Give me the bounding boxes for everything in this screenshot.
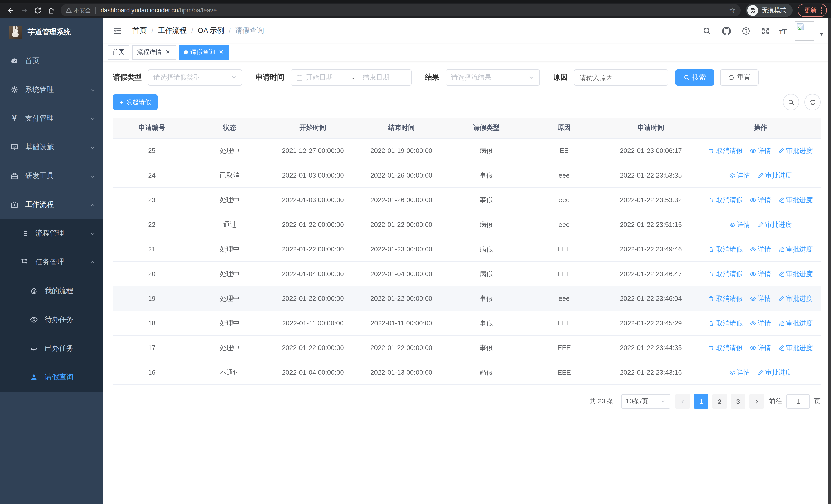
sidebar-item-done-tasks[interactable]: 已办任务	[0, 334, 103, 363]
eye-icon	[750, 345, 756, 351]
detail-action[interactable]: 详情	[729, 171, 750, 180]
help-icon[interactable]	[740, 25, 751, 36]
detail-action[interactable]: 详情	[750, 294, 771, 303]
browser-update-button[interactable]: 更新	[798, 4, 827, 17]
detail-action[interactable]: 详情	[750, 319, 771, 328]
caret-down-icon[interactable]: ▼	[819, 32, 824, 37]
create-leave-button[interactable]: + 发起请假	[113, 94, 157, 110]
show-search-button[interactable]	[783, 94, 799, 110]
reason-input[interactable]	[574, 69, 668, 86]
sidebar-item-workflow[interactable]: 工作流程	[0, 190, 103, 219]
approval-progress-action[interactable]: 审批进度	[757, 368, 792, 377]
close-icon[interactable]: ✕	[164, 49, 171, 56]
sidebar-item-task-mgmt[interactable]: 任务管理	[0, 248, 103, 277]
approval-progress-action[interactable]: 审批进度	[778, 146, 813, 155]
approval-progress-action[interactable]: 审批进度	[778, 244, 813, 254]
detail-action[interactable]: 详情	[750, 343, 771, 352]
sidebar-item-dev-tools[interactable]: 研发工具	[0, 162, 103, 190]
github-icon[interactable]	[721, 25, 732, 36]
detail-action[interactable]: 详情	[750, 244, 771, 254]
sidebar-collapse-icon[interactable]	[110, 23, 125, 38]
approval-progress-action[interactable]: 审批进度	[778, 319, 813, 328]
cell-actions: 详情审批进度	[700, 163, 821, 187]
goto-page-input[interactable]	[786, 394, 810, 409]
chevron-down-icon	[90, 145, 95, 150]
trash-icon	[709, 197, 715, 203]
cancel-leave-action[interactable]: 取消请假	[709, 244, 743, 254]
cancel-leave-action[interactable]: 取消请假	[709, 319, 743, 328]
page-button-3[interactable]: 3	[731, 394, 745, 409]
tag-home[interactable]: 首页	[108, 45, 130, 59]
leave-type-select[interactable]: 请选择请假类型	[148, 69, 242, 86]
sidebar-item-label: 基础设施	[25, 143, 83, 152]
sidebar-item-payment[interactable]: ¥ 支付管理	[0, 104, 103, 133]
page-size-select[interactable]: 10条/页	[621, 394, 670, 409]
approval-progress-action[interactable]: 审批进度	[778, 269, 813, 278]
scrollbar[interactable]	[828, 18, 831, 504]
sidebar-item-my-process[interactable]: 我的流程	[0, 277, 103, 305]
next-page-button[interactable]	[749, 394, 764, 409]
cancel-leave-action[interactable]: 取消请假	[709, 269, 743, 278]
apply-time-range-picker[interactable]: 开始日期 - 结束日期	[290, 69, 412, 86]
reset-button[interactable]: 重置	[720, 69, 758, 86]
cancel-leave-action[interactable]: 取消请假	[709, 146, 743, 155]
back-icon[interactable]	[4, 4, 18, 17]
cancel-leave-action[interactable]: 取消请假	[709, 294, 743, 303]
chevron-down-icon	[90, 87, 95, 93]
search-button[interactable]: 搜索	[676, 69, 714, 86]
edit-icon	[778, 197, 784, 203]
breadcrumb-oa-example[interactable]: OA 示例	[198, 26, 224, 35]
bookmark-star-icon[interactable]: ☆	[729, 7, 736, 14]
sidebar-item-system[interactable]: 系统管理	[0, 76, 103, 104]
approval-progress-action[interactable]: 审批进度	[778, 195, 813, 205]
tag-process-detail[interactable]: 流程详情 ✕	[133, 45, 176, 59]
page-content: 请假类型 请选择请假类型 申请时间 开始日期 - 结束日期	[103, 61, 831, 504]
approval-progress-action[interactable]: 审批进度	[778, 294, 813, 303]
prev-page-button[interactable]	[676, 394, 690, 409]
browser-menu-icon[interactable]	[821, 7, 822, 13]
cancel-leave-action[interactable]: 取消请假	[709, 343, 743, 352]
detail-action[interactable]: 详情	[750, 195, 771, 205]
detail-action[interactable]: 详情	[729, 220, 750, 229]
fullscreen-icon[interactable]	[760, 25, 771, 36]
cell-actions: 取消请假详情审批进度	[700, 237, 821, 262]
detail-action[interactable]: 详情	[750, 269, 771, 278]
sidebar-item-todo-tasks[interactable]: 待办任务	[0, 305, 103, 334]
cell-apply-id: 17	[113, 335, 191, 360]
sidebar-item-infrastructure[interactable]: 基础设施	[0, 133, 103, 162]
approval-progress-action[interactable]: 审批进度	[757, 171, 792, 180]
address-bar[interactable]: 不安全 dashboard.yudao.iocoder.cn/bpm/oa/le…	[61, 4, 741, 17]
home-icon[interactable]	[44, 4, 57, 17]
refresh-table-button[interactable]	[804, 94, 821, 110]
reload-icon[interactable]	[31, 4, 44, 17]
sidebar-logo[interactable]: 芋道管理系统	[0, 18, 103, 47]
breadcrumb-home[interactable]: 首页	[133, 26, 147, 35]
result-select[interactable]: 请选择流结果	[446, 69, 540, 86]
cell-reason: EEE	[527, 237, 601, 262]
breadcrumb-workflow[interactable]: 工作流程	[158, 26, 187, 35]
search-icon[interactable]	[701, 25, 712, 36]
approval-progress-action[interactable]: 审批进度	[778, 343, 813, 352]
font-size-icon[interactable]: TT	[779, 26, 786, 35]
avatar[interactable]	[795, 21, 814, 40]
cancel-leave-action[interactable]: 取消请假	[709, 195, 743, 205]
detail-action[interactable]: 详情	[729, 368, 750, 377]
detail-action[interactable]: 详情	[750, 146, 771, 155]
chevron-down-icon	[661, 397, 666, 405]
page-button-2[interactable]: 2	[712, 394, 727, 409]
sidebar-item-leave-query[interactable]: 请假查询	[0, 363, 103, 392]
tag-leave-query[interactable]: 请假查询 ✕	[179, 45, 229, 59]
cell-apply-time: 2022-01-22 23:43:16	[601, 360, 700, 385]
cell-start-time: 2022-01-22 00:00:00	[269, 212, 357, 237]
sidebar-item-process-mgmt[interactable]: 流程管理	[0, 219, 103, 248]
close-icon[interactable]: ✕	[218, 49, 225, 56]
approval-progress-action[interactable]: 审批进度	[757, 220, 792, 229]
breadcrumb-separator: /	[229, 27, 230, 35]
col-status: 状态	[191, 118, 268, 138]
chevron-down-icon	[529, 73, 534, 81]
page-button-1[interactable]: 1	[694, 394, 708, 409]
forward-icon[interactable]	[18, 4, 31, 17]
cell-reason: eee	[527, 212, 601, 237]
sidebar-item-home[interactable]: 首页	[0, 47, 103, 76]
not-secure-badge[interactable]: 不安全	[66, 6, 91, 14]
